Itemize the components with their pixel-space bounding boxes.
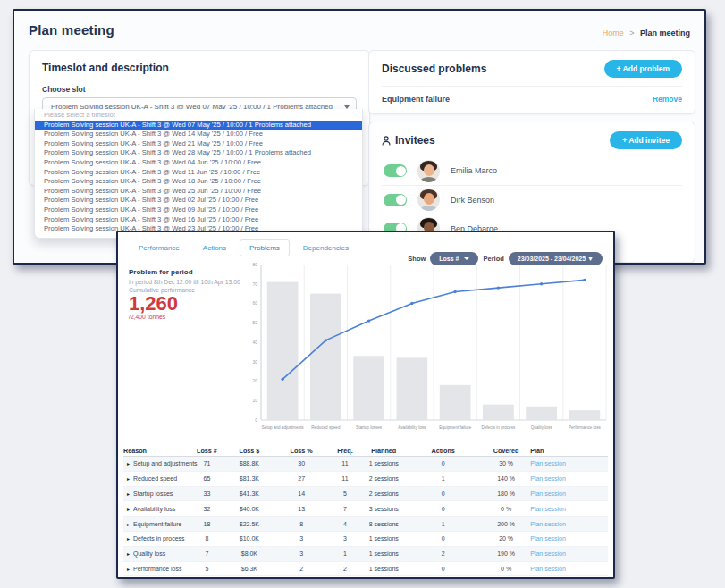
reason-cell[interactable]: ▸Availability loss — [123, 506, 191, 512]
chart-bar[interactable] — [569, 410, 601, 420]
avatar-face — [424, 193, 434, 205]
plan-cell: Plan session — [530, 506, 608, 512]
invitee-list: Emilia MarcoDirk BensonBen Debarge — [382, 156, 682, 242]
reason-cell[interactable]: ▸Reduced speed — [123, 475, 191, 482]
line-marker[interactable] — [540, 282, 543, 285]
tab-actions[interactable]: Actions — [193, 239, 236, 256]
invitee-toggle[interactable] — [384, 164, 407, 177]
timeslot-option[interactable]: Problem Solving session UK-A - Shift 3 @… — [35, 130, 362, 139]
plan-session-link[interactable]: Plan session — [530, 535, 566, 542]
timeslot-option[interactable]: Problem Solving session UK-A - Shift 3 @… — [35, 139, 362, 149]
y-tick-label: 50 — [252, 320, 257, 325]
chart-bar[interactable] — [310, 294, 341, 420]
timeslot-option[interactable]: Please select a timeslot — [35, 111, 362, 121]
invitee-toggle[interactable] — [384, 194, 407, 206]
timeslot-option[interactable]: Problem Solving session UK-A - Shift 3 @… — [35, 187, 362, 197]
reason-cell[interactable]: ▸Setup and adjustments — [123, 460, 191, 466]
breadcrumb-home-link[interactable]: Home — [603, 29, 624, 38]
add-invitee-button[interactable]: + Add invitee — [610, 131, 682, 149]
timeslot-option[interactable]: Problem Solving session UK-A - Shift 3 @… — [35, 148, 362, 158]
plan-session-link[interactable]: Plan session — [530, 566, 566, 572]
cumulative-performance-value: 1,260 — [129, 294, 245, 314]
expand-row-icon[interactable]: ▸ — [127, 476, 130, 482]
value-cell: $22.5K — [223, 521, 276, 527]
reason-cell[interactable]: ▸Performance loss — [123, 566, 191, 572]
value-cell: 3 sessions — [363, 506, 404, 512]
timeslot-option[interactable]: Problem Solving session UK-A - Shift 3 @… — [35, 196, 362, 206]
x-category-label: Setup and adjustments — [262, 425, 305, 430]
reason-cell[interactable]: ▸Startup losses — [123, 491, 191, 497]
tab-problems[interactable]: Problems — [240, 239, 290, 256]
timeslot-option[interactable]: Problem Solving session UK-A - Shift 3 @… — [35, 158, 362, 168]
expand-row-icon[interactable]: ▸ — [127, 567, 130, 572]
summary-heading: Problem for period — [129, 268, 245, 276]
value-cell: 190 % — [482, 550, 530, 557]
plan-session-link[interactable]: Plan session — [530, 491, 566, 497]
person-icon — [382, 136, 391, 146]
expand-row-icon[interactable]: ▸ — [127, 507, 130, 512]
breadcrumb: Home > Plan meeting — [603, 29, 690, 38]
timeslot-option[interactable]: Problem Solving session UK-A - Shift 3 @… — [35, 177, 362, 187]
y-tick-label: 70 — [252, 281, 257, 287]
plan-cell: Plan session — [530, 535, 608, 542]
value-cell: 2 — [327, 566, 364, 572]
value-cell: $10.0K — [223, 535, 276, 542]
chart-bar[interactable] — [267, 282, 299, 420]
add-problem-button[interactable]: + Add problem — [604, 60, 682, 78]
y-tick-label: 30 — [252, 359, 257, 365]
line-marker[interactable] — [281, 378, 283, 381]
value-cell: $88.8K — [223, 460, 276, 466]
timeslot-option[interactable]: Problem Solving session UK-A - Shift 3 @… — [35, 121, 362, 130]
cumulative-performance-total: /2,400 tonnes — [129, 314, 245, 320]
value-cell: $41.3K — [223, 491, 276, 497]
value-cell: 0 — [404, 460, 482, 466]
chart-bar[interactable] — [440, 385, 471, 420]
timeslot-option[interactable]: Problem Solving session UK-A - Shift 3 @… — [35, 168, 362, 178]
column-header: Freq. — [327, 447, 364, 455]
remove-problem-link[interactable]: Remove — [653, 95, 682, 104]
timeslot-option[interactable]: Problem Solving session UK-A - Shift 3 @… — [35, 215, 362, 225]
chart-bar[interactable] — [397, 357, 428, 420]
tab-dependencies[interactable]: Dependencies — [293, 239, 358, 256]
value-cell: 1 sessions — [363, 535, 404, 542]
expand-row-icon[interactable]: ▸ — [127, 551, 130, 557]
value-cell: 0 — [404, 506, 482, 512]
value-cell: 30 % — [482, 460, 530, 466]
value-cell: 3 — [327, 535, 364, 542]
expand-row-icon[interactable]: ▸ — [127, 522, 130, 527]
expand-row-icon[interactable]: ▸ — [127, 536, 130, 542]
table-row: ▸Startup losses33$41.3K1452 sessions0180… — [123, 487, 608, 502]
line-marker[interactable] — [453, 290, 456, 293]
plan-session-link[interactable]: Plan session — [530, 475, 566, 482]
line-marker[interactable] — [583, 279, 586, 281]
expand-row-icon[interactable]: ▸ — [127, 461, 130, 466]
pareto-chart: 01020304050607080Setup and adjustmentsRe… — [245, 259, 613, 445]
x-category-label: Startup losses — [356, 425, 383, 430]
x-category-label: Reduced speed — [311, 425, 341, 430]
reason-cell[interactable]: ▸Defects in process — [123, 535, 191, 542]
plan-session-link[interactable]: Plan session — [530, 550, 566, 557]
pareto-chart-svg: 01020304050607080Setup and adjustmentsRe… — [245, 259, 613, 445]
line-marker[interactable] — [410, 302, 413, 305]
line-marker[interactable] — [497, 286, 500, 289]
value-cell: 0 — [404, 491, 482, 497]
tab-bar: PerformanceActionsProblemsDependencies — [129, 239, 358, 256]
line-marker[interactable] — [367, 319, 370, 322]
table-row: ▸Setup and adjustments71$88.8K30111 sess… — [123, 457, 608, 472]
chart-bar[interactable] — [353, 356, 384, 420]
value-cell: 1 sessions — [363, 566, 404, 572]
plan-session-link[interactable]: Plan session — [530, 506, 566, 512]
tab-performance[interactable]: Performance — [129, 239, 190, 256]
value-cell: 3 — [276, 550, 327, 557]
plan-session-link[interactable]: Plan session — [530, 521, 566, 527]
reason-cell[interactable]: ▸Quality loss — [123, 550, 191, 557]
chart-bar[interactable] — [526, 407, 557, 420]
value-cell: $6.3K — [223, 566, 276, 572]
expand-row-icon[interactable]: ▸ — [127, 491, 130, 497]
timeslot-option[interactable]: Problem Solving session UK-A - Shift 3 @… — [35, 206, 362, 215]
plan-cell: Plan session — [530, 475, 608, 482]
plan-session-link[interactable]: Plan session — [530, 460, 566, 466]
line-marker[interactable] — [325, 339, 327, 341]
reason-cell[interactable]: ▸Equipment failure — [123, 521, 191, 527]
chart-bar[interactable] — [483, 405, 514, 420]
